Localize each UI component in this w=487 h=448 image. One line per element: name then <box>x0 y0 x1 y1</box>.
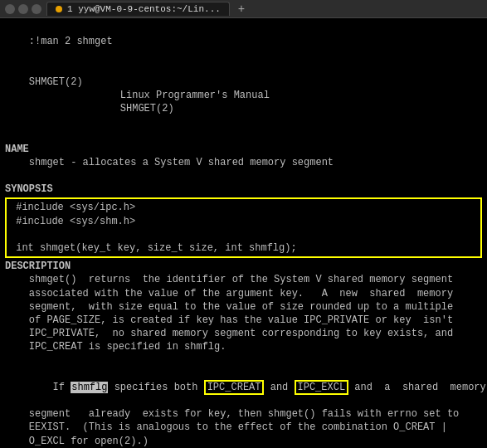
synopsis-line-3 <box>10 228 477 241</box>
synopsis-section-label: SYNOPSIS <box>5 183 482 196</box>
synopsis-line-2: #include <sys/shm.h> <box>10 215 477 228</box>
desc2-line1: If shmflg specifies both IPC_CREAT and I… <box>5 368 482 408</box>
desc-line-6: IPC_CREAT is specified in shmflg. <box>5 340 482 353</box>
desc-section-label: DESCRIPTION <box>5 260 482 273</box>
desc2-and: and <box>264 382 294 393</box>
synopsis-line-1: #include <sys/ipc.h> <box>10 201 477 214</box>
ipc-creat-box: IPC_CREAT <box>204 380 265 395</box>
synopsis-box: #include <sys/ipc.h> #include <sys/shm.h… <box>5 197 482 258</box>
desc2-line4: O_EXCL for open(2).) <box>5 435 482 448</box>
terminal-tab[interactable]: 1 yyw@VM-0-9-centos:~/Lin... <box>46 2 230 16</box>
maximize-button[interactable] <box>32 4 41 14</box>
tab-indicator <box>56 6 62 12</box>
blank1 <box>5 129 482 143</box>
minimize-button[interactable] <box>18 4 28 14</box>
header-center: Linux Programmer's Manual <box>120 90 270 101</box>
terminal-body: :!man 2 shmget SHMGET(2) Linux Programme… <box>0 18 487 448</box>
desc2-pre: If <box>29 382 71 393</box>
synopsis-line-4: int shmget(key_t key, size_t size, int s… <box>10 241 477 255</box>
name-section-label: NAME <box>5 143 482 156</box>
tab-label: 1 yyw@VM-0-9-centos:~/Lin... <box>67 4 221 14</box>
desc2-post: and a shared memory <box>348 382 486 393</box>
man-header: SHMGET(2) Linux Programmer's Manual SHMG… <box>5 62 482 129</box>
add-tab-button[interactable]: + <box>235 2 248 16</box>
command-text: :!man 2 shmget <box>29 36 113 47</box>
shmflg-highlight: shmflg <box>71 382 108 393</box>
close-button[interactable] <box>5 4 15 14</box>
blank2 <box>5 169 482 183</box>
desc-line-2: associated with the value of the argumen… <box>5 287 482 300</box>
desc-line-4: of PAGE_SIZE, is created if key has the … <box>5 314 482 327</box>
desc-line-1: shmget() returns the identifier of the S… <box>5 273 482 286</box>
window-controls <box>5 4 41 14</box>
desc2-line2: segment already exists for key, then shm… <box>5 407 482 421</box>
blank3 <box>5 354 482 368</box>
command-line: :!man 2 shmget <box>5 22 482 62</box>
header-left: SHMGET(2) <box>29 76 83 88</box>
desc-line-5: IPC_PRIVATE, no shared memory segment co… <box>5 327 482 340</box>
desc2-mid: specifies both <box>108 382 203 393</box>
header-right: SHMGET(2) <box>120 103 174 114</box>
desc-line-3: segment, with size equal to the value of… <box>5 300 482 314</box>
desc2-line3: EEXIST. (This is analogous to the effect… <box>5 421 482 434</box>
name-text: shmget - allocates a System V shared mem… <box>5 156 482 169</box>
ipc-excl-box: IPC_EXCL <box>295 380 349 395</box>
title-bar: 1 yyw@VM-0-9-centos:~/Lin... + <box>0 0 487 18</box>
